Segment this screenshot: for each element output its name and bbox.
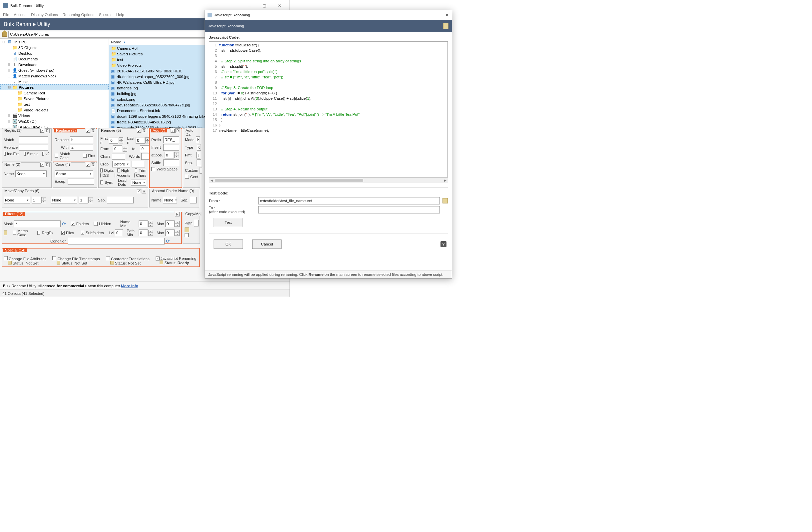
to-label: To :(after code executed) — [209, 206, 256, 214]
panel-regex-reset[interactable]: R — [45, 128, 50, 133]
from-label: From : — [209, 199, 256, 203]
tree-item[interactable]: ⊟📁Pictures — [0, 84, 108, 90]
sort-asc-icon: ▲ — [123, 40, 126, 44]
folder-tree[interactable]: ⊟🖥This PC📁3D Objects🖥Desktop⊞📄Documents⊞… — [0, 39, 109, 128]
panel-add: Add (7) R Prefix Insert at pos.▲▼ Suffix… — [149, 128, 182, 188]
panel-replace-title: Replace (3) — [54, 128, 77, 132]
test-label: Test Code: — [209, 191, 448, 195]
editor-hscroll[interactable]: ◀▶ — [209, 178, 448, 183]
panel-special: Special (14) Change File Attributes Stat… — [2, 248, 200, 267]
tree-item[interactable]: ⊞👤Matteo (windows7-pc) — [0, 73, 108, 79]
menu-display-options[interactable]: Display Options — [31, 13, 58, 17]
menu-file[interactable]: File — [3, 13, 9, 17]
browse-icon[interactable] — [443, 198, 448, 204]
license-footer: Bulk Rename Utility is licensed for comm… — [0, 281, 290, 290]
code-editor[interactable]: 1234567891011121314151617 function title… — [209, 41, 448, 178]
panel-remove: Remove (5) R First n▲▼ Last n▲▼ From ▲▼ … — [98, 128, 148, 188]
dialog-info-strip: JavaScript renaming will be applied duri… — [205, 270, 452, 278]
cancel-button[interactable]: Cancel — [252, 239, 281, 249]
menu-special[interactable]: Special — [99, 13, 112, 17]
tree-item[interactable]: 📁Saved Pictures — [0, 96, 108, 101]
tree-item[interactable]: 📁3D Objects — [0, 45, 108, 50]
tree-item[interactable]: ♪Music — [0, 79, 108, 84]
tree-item[interactable]: ⊞💽BD-RE Drive (D:) — [0, 124, 108, 128]
home-icon[interactable] — [2, 32, 7, 37]
from-input[interactable]: c:\testfolder\test_file_name.ext — [258, 197, 440, 205]
help-icon[interactable]: ? — [440, 241, 447, 247]
tree-item[interactable]: 📁test — [0, 101, 108, 107]
panel-movecopy-parts: Move/Copy Parts (6) R None ▲▼ None ▲▼ Se… — [2, 189, 148, 208]
refresh-icon[interactable]: ⟳ — [62, 221, 66, 226]
tree-item[interactable]: ⊞🎬Videos — [0, 113, 108, 118]
ok-button[interactable]: OK — [214, 239, 243, 249]
panel-regex-title: RegEx (1) — [3, 128, 23, 132]
status-bar: 41 Objects (41 Selected) — [0, 290, 290, 297]
panel-case: Case (4) R Same Excep. — [53, 163, 97, 188]
dialog-titlebar[interactable]: Javascript Renaming ✕ — [205, 10, 452, 20]
options-icon[interactable] — [4, 230, 7, 235]
maximize-button[interactable]: ▢ — [257, 1, 272, 10]
tree-item[interactable]: ⊞📄Documents — [0, 56, 108, 62]
browse-icon[interactable] — [185, 227, 189, 232]
regex-replace-input[interactable] — [19, 144, 48, 151]
to-output — [258, 206, 440, 213]
refresh-icon[interactable]: ⟳ — [166, 238, 170, 244]
dialog-title: Javascript Renaming — [214, 13, 250, 17]
app-icon — [3, 3, 8, 8]
panel-regex: RegEx (1) R Match Replace Inc.Ext. Simpl… — [2, 128, 52, 162]
script-icon — [443, 23, 449, 29]
panel-copymove: Copy/Mo Path — [183, 212, 200, 244]
code-label: Javascript Code: — [209, 36, 448, 39]
tree-item[interactable]: ⊞⬇Downloads — [0, 62, 108, 67]
regex-match-input[interactable] — [19, 137, 48, 143]
test-button[interactable]: Test — [214, 218, 243, 227]
window-title: Bulk Rename Utility — [10, 4, 242, 8]
menu-actions[interactable]: Actions — [14, 13, 27, 17]
panel-filters: Filters (12) R Mask ⟳ Folders Hidden Nam… — [2, 212, 182, 244]
dialog-close-icon[interactable]: ✕ — [445, 12, 449, 18]
tree-item[interactable]: 📁Video Projects — [0, 107, 108, 113]
tree-item[interactable]: ⊞👤Guest (windows7-pc) — [0, 67, 108, 73]
javascript-renaming-dialog: Javascript Renaming ✕ Javascript Renamin… — [205, 10, 452, 279]
panel-append-folder: Append Folder Name (9) NameNone Sep. — [149, 189, 199, 208]
tree-item[interactable]: ⊞💽Win10 (C:) — [0, 118, 108, 124]
replace-with-input[interactable] — [70, 144, 93, 151]
close-button[interactable]: ✕ — [272, 1, 287, 10]
tree-item[interactable]: ⊟🖥This PC — [0, 39, 108, 45]
panel-name: Name (2) R NameKeep — [2, 163, 52, 188]
minimize-button[interactable]: — — [242, 1, 257, 10]
panel-autodate: Auto Da Mode Type Fmt Sep. Custom Cent — [183, 128, 200, 188]
dialog-banner: Javascript Renaming — [205, 20, 452, 32]
replace-replace-input[interactable] — [70, 137, 93, 143]
tree-item[interactable]: 📁Camera Roll — [0, 90, 108, 96]
more-info-link[interactable]: More Info — [121, 284, 138, 288]
menu-help[interactable]: Help — [116, 13, 124, 17]
tree-item[interactable]: 🖥Desktop — [0, 50, 108, 56]
panel-regex-enable[interactable] — [40, 129, 44, 133]
menu-renaming-options[interactable]: Renaming Options — [63, 13, 94, 17]
panel-replace: Replace (3) R Replace With Match Case Fi… — [53, 128, 97, 162]
dialog-icon — [207, 13, 212, 17]
